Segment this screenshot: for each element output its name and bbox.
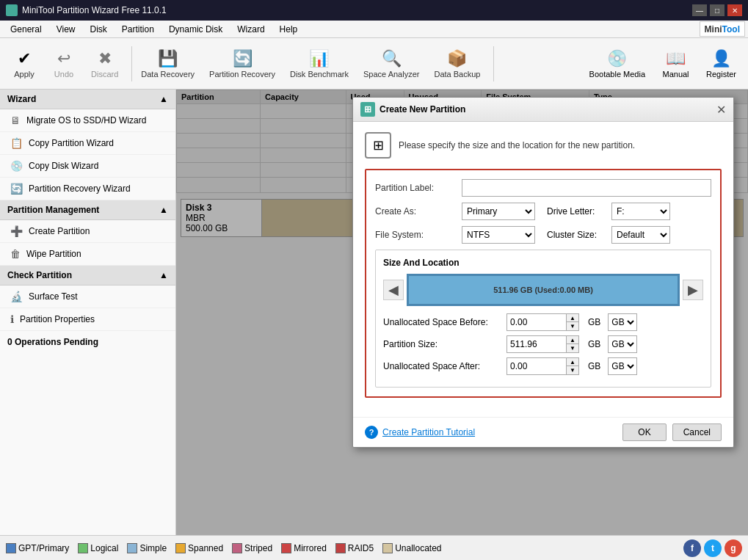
partition-size-input[interactable] — [507, 336, 566, 352]
data-recovery-button[interactable]: 💾 Data Recovery — [135, 46, 200, 81]
check-partition-header: Check Partition ▲ — [0, 266, 175, 286]
manual-button[interactable]: 📖 Manual — [656, 46, 696, 81]
partition-size-down[interactable]: ▼ — [567, 344, 578, 352]
twitter-icon[interactable]: t — [704, 539, 722, 557]
ok-button[interactable]: OK — [622, 423, 666, 441]
legend-unallocated-label: Unallocated — [395, 543, 441, 553]
help-button[interactable]: ? — [365, 426, 378, 439]
bar-right-arrow[interactable]: ▶ — [683, 280, 703, 300]
tutorial-link[interactable]: Create Partition Tutorial — [382, 427, 475, 437]
menu-dynamic-disk[interactable]: Dynamic Disk — [161, 23, 230, 36]
legend-simple-box — [127, 543, 137, 553]
unallocated-after-spin: ▲ ▼ — [566, 358, 578, 374]
disk-benchmark-button[interactable]: 📊 Disk Benchmark — [284, 46, 355, 81]
partition-recovery-sidebar-icon: 🔄 — [10, 183, 23, 194]
title-bar-left: MiniTool Partition Wizard Free 11.0.1 — [6, 4, 167, 16]
menu-wizard[interactable]: Wizard — [230, 23, 272, 36]
disk-benchmark-icon: 📊 — [309, 49, 329, 68]
space-analyzer-icon: 🔍 — [382, 49, 402, 68]
maximize-button[interactable]: □ — [710, 4, 725, 16]
partition-recovery-button[interactable]: 🔄 Partition Recovery — [203, 46, 281, 81]
unallocated-after-row: Unallocated Space After: ▲ ▼ GB — [383, 357, 703, 375]
modal-overlay: ⊞ Create New Partition ✕ ⊞ Please specif… — [176, 90, 748, 535]
create-as-select[interactable]: Primary Logical Extended — [462, 203, 535, 220]
create-as-row: Create As: Primary Logical Extended Driv… — [375, 203, 711, 220]
unallocated-after-input-group: ▲ ▼ — [506, 357, 579, 375]
menu-help[interactable]: Help — [272, 23, 305, 36]
apply-button[interactable]: ✔ Apply — [6, 46, 43, 81]
legend-mirrored-box — [281, 543, 291, 553]
unallocated-after-down[interactable]: ▼ — [567, 366, 578, 374]
partition-bar-wrapper: 511.96 GB (Used:0.00 MB) — [407, 274, 680, 306]
minimize-button[interactable]: — — [692, 4, 707, 16]
unallocated-before-spin: ▲ ▼ — [566, 314, 578, 330]
legend-gpt-primary-box — [6, 543, 16, 553]
wizard-collapse-icon[interactable]: ▲ — [159, 94, 168, 104]
undo-button[interactable]: ↩ Undo — [46, 46, 82, 81]
bar-left-arrow[interactable]: ◀ — [383, 280, 404, 300]
partition-label-input[interactable] — [462, 179, 711, 197]
unallocated-after-up[interactable]: ▲ — [567, 358, 578, 366]
menu-general[interactable]: General — [3, 23, 49, 36]
sidebar-item-create-partition[interactable]: ➕ Create Partition — [0, 220, 175, 243]
check-partition-icon[interactable]: ▲ — [159, 270, 168, 280]
legend-spanned: Spanned — [175, 543, 223, 553]
partition-size-unit-select[interactable]: GB MB — [608, 335, 637, 353]
cancel-button[interactable]: Cancel — [672, 423, 722, 441]
legend-unallocated: Unallocated — [382, 543, 441, 553]
unallocated-before-input[interactable] — [507, 314, 566, 330]
size-location-section: Size And Location ◀ 511.96 GB (Used:0.00… — [375, 250, 711, 388]
legend-simple: Simple — [127, 543, 167, 553]
space-analyzer-button[interactable]: 🔍 Space Analyzer — [357, 46, 425, 81]
surface-test-icon: 🔬 — [10, 291, 23, 302]
sidebar-item-copy-disk[interactable]: 💿 Copy Disk Wizard — [0, 155, 175, 178]
data-recovery-icon: 💾 — [158, 49, 178, 68]
close-button[interactable]: ✕ — [727, 4, 742, 16]
partition-label-label: Partition Label: — [375, 183, 456, 193]
manual-label: Manual — [662, 70, 689, 79]
modal-desc-area: ⊞ Please specify the size and the locati… — [365, 132, 722, 159]
sidebar-label-copy-partition: Copy Partition Wizard — [29, 138, 114, 148]
discard-button[interactable]: ✖ Discard — [85, 46, 124, 81]
filesystem-select[interactable]: NTFS FAT32 exFAT — [462, 226, 535, 244]
migrate-icon: 🖥 — [10, 114, 21, 126]
unallocated-before-unit-select[interactable]: GB MB — [608, 313, 637, 331]
logo-tool: Tool — [722, 24, 740, 34]
menu-disk[interactable]: Disk — [83, 23, 115, 36]
drive-letter-select[interactable]: F: G: H: — [611, 203, 670, 220]
facebook-icon[interactable]: f — [683, 539, 701, 557]
unallocated-before-up[interactable]: ▲ — [567, 314, 578, 322]
size-location-title: Size And Location — [383, 258, 703, 268]
window-title: MiniTool Partition Wizard Free 11.0.1 — [22, 5, 167, 15]
toolbar-right-group: 💿 Bootable Media 📖 Manual 👤 Register — [584, 46, 742, 81]
sidebar-item-copy-partition[interactable]: 📋 Copy Partition Wizard — [0, 132, 175, 155]
sidebar-label-create-partition: Create Partition — [29, 226, 90, 236]
cluster-size-label: Cluster Size: — [547, 230, 606, 240]
menu-view[interactable]: View — [49, 23, 83, 36]
sidebar-item-surface-test[interactable]: 🔬 Surface Test — [0, 286, 175, 308]
cluster-size-select[interactable]: Default 512 1024 4096 — [611, 226, 670, 244]
logo-mini: Mini — [705, 24, 722, 34]
google-icon[interactable]: g — [725, 539, 742, 557]
legend-raid5-label: RAID5 — [348, 543, 374, 553]
modal-close-button[interactable]: ✕ — [716, 103, 726, 117]
menu-partition[interactable]: Partition — [115, 23, 161, 36]
sidebar-item-partition-properties[interactable]: ℹ Partition Properties — [0, 308, 175, 331]
partition-size-up[interactable]: ▲ — [567, 336, 578, 344]
unallocated-after-unit-select[interactable]: GB MB — [608, 357, 637, 375]
modal-footer-right: OK Cancel — [622, 423, 722, 441]
partition-properties-icon: ℹ — [10, 313, 14, 325]
bootable-media-button[interactable]: 💿 Bootable Media — [584, 46, 651, 81]
sidebar-item-migrate-os[interactable]: 🖥 Migrate OS to SSD/HD Wizard — [0, 109, 175, 132]
register-button[interactable]: 👤 Register — [700, 46, 742, 81]
legend-simple-label: Simple — [139, 543, 167, 553]
legend-spanned-box — [175, 543, 186, 553]
unallocated-after-input[interactable] — [507, 358, 566, 374]
unallocated-after-label: Unallocated Space After: — [383, 361, 501, 371]
window-controls[interactable]: — □ ✕ — [692, 4, 742, 16]
unallocated-before-down[interactable]: ▼ — [567, 322, 578, 330]
sidebar-item-partition-recovery[interactable]: 🔄 Partition Recovery Wizard — [0, 178, 175, 200]
partition-mgmt-icon[interactable]: ▲ — [159, 205, 168, 215]
data-backup-button[interactable]: 📦 Data Backup — [428, 46, 486, 81]
sidebar-item-wipe-partition[interactable]: 🗑 Wipe Partition — [0, 243, 175, 266]
